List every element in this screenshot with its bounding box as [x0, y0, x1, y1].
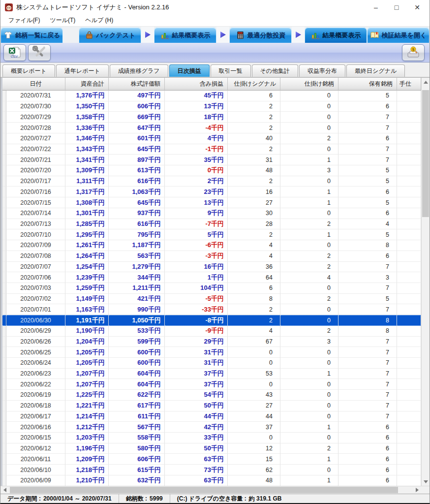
menu-item-0[interactable]: ファイル(F) — [3, 15, 45, 26]
vscroll-thumb[interactable] — [422, 90, 429, 217]
table-row[interactable]: 2020/06/151,203千円558千円33千円006 — [2, 433, 421, 443]
cell-exit — [397, 294, 421, 305]
workflow-tab-1[interactable]: バックテスト — [79, 27, 141, 43]
subtab-1[interactable]: 通年レポート — [56, 64, 109, 77]
cell-exit — [397, 454, 421, 465]
table-row[interactable]: 2020/06/221,207千円604千円37千円007 — [2, 379, 421, 390]
cell-held-stocks: 7 — [338, 144, 397, 155]
column-header-1[interactable]: 資産合計 — [65, 78, 109, 91]
table-row[interactable]: 2020/07/211,341千円897千円35千円3117 — [2, 155, 421, 165]
window-controls: – □ ✕ — [366, 0, 428, 15]
table-row[interactable]: 2020/07/081,264千円563千円-3千円426 — [2, 251, 421, 262]
table-row[interactable]: 2020/06/241,205千円600千円31千円007 — [2, 358, 421, 369]
table-row[interactable]: 2020/07/221,343千円645千円-1千円207 — [2, 144, 421, 155]
column-header-3[interactable]: 含み損益 — [165, 78, 228, 91]
column-header-2[interactable]: 株式評価額 — [109, 78, 165, 91]
menu-item-2[interactable]: ヘルプ (H) — [80, 15, 118, 26]
table-row[interactable]: 2020/06/301,191千円1,050千円-8千円208 — [2, 315, 421, 326]
cell-held-stocks: 6 — [338, 443, 397, 454]
workflow-tab-bar: 銘柄一覧に戻るバックテスト結果概要表示最適分散投資結果概要表示検証結果を開く — [0, 27, 430, 43]
table-row[interactable]: 2020/07/271,346千円601千円4千円4026 — [2, 133, 421, 144]
minimize-button[interactable]: – — [366, 0, 386, 15]
cell-held-stocks: 7 — [338, 155, 397, 165]
scroll-right-button[interactable] — [413, 486, 421, 494]
subtab-5[interactable]: その他集計 — [252, 64, 299, 77]
table-row[interactable]: 2020/07/031,259千円1,211千円104千円607 — [2, 283, 421, 294]
cell-stock-value: 622千円 — [109, 390, 165, 401]
daily-pl-table: 日付資産合計株式評価額含み損益仕掛けシグナル仕掛け銘柄保有銘柄手仕 2020/0… — [0, 77, 430, 486]
row-gutter — [2, 433, 6, 443]
table-row[interactable]: 2020/06/171,214千円611千円44千円4407 — [2, 411, 421, 422]
cell-unrealized-pl: 31千円 — [165, 358, 228, 369]
row-gutter — [2, 155, 6, 165]
maximize-button[interactable]: □ — [386, 0, 407, 15]
table-row[interactable]: 2020/06/231,207千円604千円37千円5317 — [2, 369, 421, 379]
table-row[interactable]: 2020/06/191,225千円622千円54千円4307 — [2, 390, 421, 401]
workflow-tab-0[interactable]: 銘柄一覧に戻る — [0, 27, 63, 43]
table-row[interactable]: 2020/07/101,295千円795千円5千円215 — [2, 229, 421, 240]
scroll-left-button[interactable] — [0, 486, 9, 494]
close-button[interactable]: ✕ — [407, 0, 428, 15]
money-transfer-button[interactable]: $ — [402, 44, 425, 61]
table-row[interactable]: 2020/07/091,261千円1,187千円-6千円408 — [2, 240, 421, 251]
column-header-7[interactable]: 手仕 — [397, 78, 421, 91]
workflow-tab-3[interactable]: 最適分散投資 — [229, 27, 292, 43]
table-row[interactable]: 2020/07/071,254千円1,279千円16千円3627 — [2, 262, 421, 273]
table-row[interactable]: 2020/06/091,210千円632千円63千円4816 — [2, 475, 421, 486]
table-row[interactable]: 2020/07/301,350千円606千円13千円206 — [2, 101, 421, 112]
table-row[interactable]: 2020/07/061,239千円344千円1千円6443 — [2, 272, 421, 283]
horizontal-scrollbar[interactable] — [0, 486, 421, 494]
subtab-2[interactable]: 成績推移グラフ — [110, 64, 168, 77]
export-csv-button[interactable]: CSV — [3, 44, 26, 61]
workflow-tab-4[interactable]: 結果概要表示 — [305, 27, 367, 43]
scroll-up-button[interactable] — [422, 78, 430, 86]
column-header-6[interactable]: 保有銘柄 — [338, 78, 397, 91]
cell-entry-stocks: 1 — [280, 422, 338, 433]
workflow-tab-2[interactable]: 結果概要表示 — [154, 27, 216, 43]
scroll-down-button[interactable] — [422, 477, 430, 486]
row-gutter — [2, 337, 6, 347]
table-row[interactable]: 2020/06/251,205千円600千円31千円007 — [2, 347, 421, 358]
table-row[interactable]: 2020/07/171,311千円616千円2千円205 — [2, 176, 421, 187]
table-row[interactable]: 2020/06/161,212千円567千円42千円3716 — [2, 422, 421, 433]
tools-button[interactable] — [28, 44, 51, 61]
subtab-4[interactable]: 取引一覧 — [211, 64, 251, 77]
table-row[interactable]: 2020/07/281,336千円647千円-4千円207 — [2, 123, 421, 133]
cell-held-stocks: 8 — [338, 315, 397, 326]
table-row[interactable]: 2020/06/181,221千円617千円50千円2707 — [2, 401, 421, 411]
table-row[interactable]: 2020/07/151,308千円645千円13千円2715 — [2, 197, 421, 208]
table-row[interactable]: 2020/07/141,301千円937千円9千円3006 — [2, 208, 421, 219]
subtab-0[interactable]: 概要レポート — [2, 64, 55, 77]
table-header: 日付資産合計株式評価額含み損益仕掛けシグナル仕掛け銘柄保有銘柄手仕 — [2, 78, 421, 91]
table-row[interactable]: 2020/06/101,218千円615千円73千円6206 — [2, 465, 421, 475]
menu-item-1[interactable]: ツール(T) — [45, 15, 80, 26]
table-row[interactable]: 2020/07/011,163千円990千円-33千円207 — [2, 304, 421, 315]
hscroll-track[interactable] — [9, 486, 413, 494]
table-row[interactable]: 2020/07/291,358千円669千円18千円207 — [2, 112, 421, 123]
subtab-7[interactable]: 最終日シグナル — [346, 64, 405, 77]
table-row[interactable]: 2020/07/131,285千円616千円-7千円2824 — [2, 219, 421, 230]
row-gutter — [2, 112, 6, 123]
column-header-5[interactable]: 仕掛け銘柄 — [280, 78, 338, 91]
table-row[interactable]: 2020/06/261,204千円599千円29千円6737 — [2, 337, 421, 347]
cell-date: 2020/06/29 — [6, 326, 65, 337]
table-row[interactable]: 2020/06/121,196千円580千円50千円1226 — [2, 443, 421, 454]
subtab-6[interactable]: 収益率分布 — [299, 64, 345, 77]
table-row[interactable]: 2020/06/291,190千円533千円-9千円428 — [2, 326, 421, 337]
table-row[interactable]: 2020/07/201,309千円613千円0千円4835 — [2, 165, 421, 176]
cell-total-assets: 1,308千円 — [65, 197, 109, 208]
vscroll-track[interactable] — [422, 86, 430, 477]
cell-exit — [397, 91, 421, 101]
column-header-0[interactable]: 日付 — [6, 78, 65, 91]
vertical-scrollbar[interactable] — [421, 78, 430, 486]
table-row[interactable]: 2020/07/161,317千円1,063千円23千円1616 — [2, 187, 421, 197]
cell-entry-signals: 27 — [228, 197, 280, 208]
table-row[interactable]: 2020/07/311,376千円497千円45千円605 — [2, 91, 421, 101]
table-row[interactable]: 2020/06/111,209千円606千円63千円1516 — [2, 454, 421, 465]
workflow-tab-5[interactable]: 検証結果を開く — [367, 27, 430, 43]
table-row[interactable]: 2020/07/021,149千円421千円-5千円825 — [2, 294, 421, 305]
subtab-3[interactable]: 日次損益 — [169, 64, 210, 77]
column-header-4[interactable]: 仕掛けシグナル — [228, 78, 280, 91]
cell-held-stocks: 8 — [338, 326, 397, 337]
hscroll-thumb[interactable] — [10, 487, 398, 493]
